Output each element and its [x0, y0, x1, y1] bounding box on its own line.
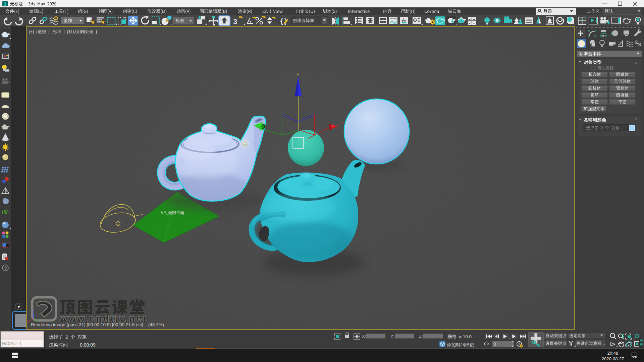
- svg-text:?: ?: [4, 265, 7, 270]
- svg-text:z: z: [32, 309, 34, 313]
- svg-text:Y:: Y:: [390, 334, 394, 339]
- svg-text:x: x: [26, 320, 28, 324]
- svg-text:{: {: [280, 17, 283, 25]
- svg-text:0:00:09: 0:00:09: [80, 342, 96, 348]
- svg-text:z: z: [297, 71, 299, 75]
- svg-text:MAXScri: MAXScri: [2, 341, 22, 347]
- svg-text:3: 3: [4, 1, 6, 7]
- svg-text:3: 3: [233, 17, 237, 26]
- svg-text:0: 0: [494, 342, 496, 347]
- svg-text:2020-08-27: 2020-08-27: [602, 356, 624, 361]
- svg-text:20:48: 20:48: [607, 351, 619, 356]
- svg-text:Z:: Z:: [419, 334, 423, 339]
- svg-text:Rendering image (pass 31) [00:: Rendering image (pass 31) [00:00:10.5] […: [31, 322, 164, 327]
- svg-text:X:: X:: [362, 334, 366, 339]
- svg-text:= 10.0: = 10.0: [459, 334, 472, 339]
